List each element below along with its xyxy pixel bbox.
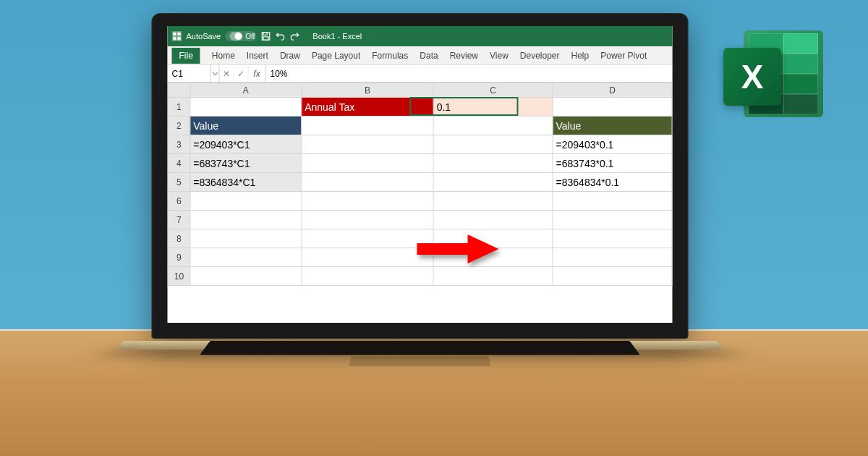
cell[interactable] <box>302 117 433 135</box>
svg-rect-7 <box>263 37 268 40</box>
redo-icon[interactable] <box>289 31 299 41</box>
cell[interactable] <box>302 135 433 154</box>
row-header[interactable]: 2 <box>168 117 190 135</box>
laptop: AutoSave Off Book1 - Excel File <box>152 13 717 368</box>
row-header[interactable]: 3 <box>168 135 190 154</box>
cell[interactable] <box>553 98 672 117</box>
row-header[interactable]: 7 <box>168 211 190 229</box>
cell[interactable] <box>190 211 302 229</box>
cell[interactable]: =8364834*C1 <box>190 173 302 192</box>
tab-file[interactable]: File <box>172 48 200 64</box>
col-header-d[interactable]: D <box>553 83 672 98</box>
svg-rect-1 <box>173 33 176 35</box>
cell[interactable] <box>553 267 672 286</box>
name-box[interactable]: C1 <box>168 65 211 82</box>
row-header[interactable]: 6 <box>168 192 190 211</box>
row-header[interactable]: 8 <box>168 229 190 248</box>
tab-data[interactable]: Data <box>420 51 438 61</box>
cell[interactable] <box>433 173 553 192</box>
autosave-label: AutoSave <box>187 32 221 41</box>
cell[interactable]: =683743*C1 <box>190 154 302 173</box>
cell[interactable] <box>553 192 672 211</box>
tab-insert[interactable]: Insert <box>247 51 268 61</box>
cell[interactable] <box>553 229 672 248</box>
cell[interactable] <box>190 267 302 286</box>
tab-review[interactable]: Review <box>450 51 478 61</box>
cell[interactable]: =209403*0.1 <box>553 135 672 154</box>
formula-input[interactable]: 10% <box>266 65 673 82</box>
laptop-keyboard <box>200 341 640 355</box>
select-all-corner[interactable] <box>168 83 190 98</box>
cell[interactable] <box>302 154 433 173</box>
cell[interactable] <box>553 248 672 267</box>
document-title: Book1 - Excel <box>312 32 362 41</box>
cell[interactable] <box>302 192 433 211</box>
tab-developer[interactable]: Developer <box>520 51 560 61</box>
excel-logo-letter: X <box>723 48 781 106</box>
cell[interactable] <box>433 117 553 135</box>
col-header-b[interactable]: B <box>302 83 433 98</box>
excel-logo: X <box>716 17 825 126</box>
row-header[interactable]: 1 <box>168 98 190 117</box>
cell[interactable]: Value <box>553 117 672 135</box>
save-icon[interactable] <box>260 31 271 41</box>
accept-formula-icon[interactable]: ✓ <box>234 65 249 82</box>
title-bar: AutoSave Off Book1 - Excel <box>168 26 673 46</box>
tab-home[interactable]: Home <box>212 51 235 61</box>
row-header[interactable]: 9 <box>168 248 190 267</box>
tab-draw[interactable]: Draw <box>280 51 300 61</box>
cell[interactable] <box>433 211 553 229</box>
svg-rect-2 <box>177 33 180 35</box>
laptop-base <box>114 341 726 350</box>
undo-icon[interactable] <box>275 31 285 41</box>
cancel-formula-icon[interactable]: ✕ <box>220 65 234 82</box>
tab-view[interactable]: View <box>490 51 509 61</box>
cell[interactable] <box>553 211 672 229</box>
tab-formulas[interactable]: Formulas <box>372 51 408 61</box>
app-icon <box>172 31 182 41</box>
arrow-icon <box>414 232 501 266</box>
cell[interactable] <box>190 98 302 117</box>
cell[interactable]: =209403*C1 <box>190 135 302 154</box>
tab-help[interactable]: Help <box>571 51 590 61</box>
cell[interactable] <box>302 211 433 229</box>
namebox-dropdown-icon[interactable] <box>211 65 220 82</box>
excel-window: AutoSave Off Book1 - Excel File <box>168 26 673 323</box>
cell[interactable] <box>433 267 553 286</box>
row-header[interactable]: 4 <box>168 154 190 173</box>
cell[interactable] <box>190 192 302 211</box>
cell[interactable]: =8364834*0.1 <box>553 173 672 192</box>
cell[interactable] <box>433 135 553 154</box>
col-header-a[interactable]: A <box>190 83 302 98</box>
cell[interactable]: =683743*0.1 <box>553 154 672 173</box>
cell[interactable] <box>433 154 553 173</box>
tab-page-layout[interactable]: Page Layout <box>312 51 360 61</box>
laptop-screen-bezel: AutoSave Off Book1 - Excel File <box>152 13 689 339</box>
cell[interactable] <box>433 192 553 211</box>
laptop-trackpad <box>349 356 490 366</box>
cell[interactable]: Annual Tax <box>302 98 433 117</box>
row-header[interactable]: 5 <box>168 173 190 192</box>
col-header-c[interactable]: C <box>433 83 553 98</box>
autosave-state: Off <box>245 33 255 41</box>
cell[interactable] <box>190 248 302 267</box>
cell[interactable] <box>302 267 433 286</box>
tab-power-pivot[interactable]: Power Pivot <box>600 51 647 61</box>
cell[interactable] <box>302 173 433 192</box>
fx-icon[interactable]: fx <box>249 65 266 82</box>
spreadsheet-grid[interactable]: A B C D 1 Annual Tax 0.1 <box>168 83 673 286</box>
svg-rect-3 <box>173 37 176 40</box>
formula-bar: C1 ✕ ✓ fx 10% <box>168 65 673 83</box>
cell[interactable] <box>190 229 302 248</box>
svg-rect-4 <box>177 37 180 40</box>
cell-selected[interactable]: 0.1 <box>433 98 553 117</box>
autosave-toggle[interactable]: Off <box>225 31 256 41</box>
ribbon-tabs: File Home Insert Draw Page Layout Formul… <box>168 46 673 65</box>
cell[interactable]: Value <box>190 117 302 135</box>
row-header[interactable]: 10 <box>168 267 190 286</box>
svg-rect-6 <box>263 33 267 35</box>
